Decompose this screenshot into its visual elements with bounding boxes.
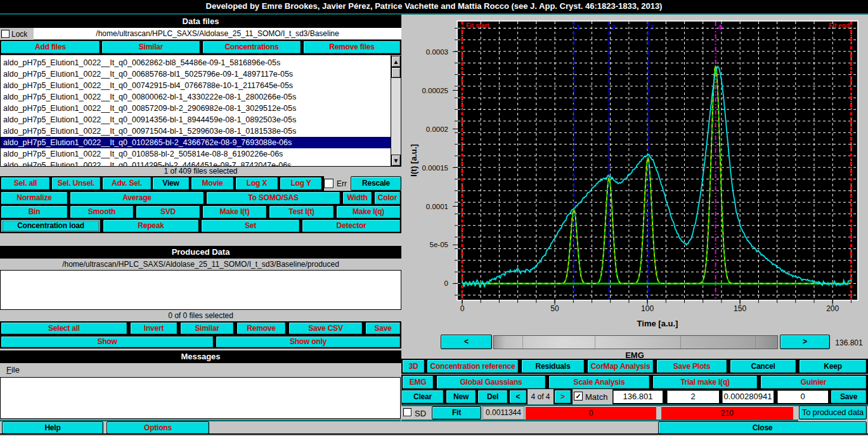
svg-text:I(t) [a.u.]: I(t) [a.u.]: [409, 144, 418, 176]
svg-text:Time [a.u.]: Time [a.u.]: [637, 319, 678, 328]
svg-text:100: 100: [641, 304, 654, 313]
svg-text:0.00015: 0.00015: [422, 164, 448, 172]
svg-text:Fit end: Fit end: [829, 22, 850, 29]
svg-text:5e-05: 5e-05: [430, 241, 448, 248]
svg-text:Fit start: Fit start: [466, 22, 489, 29]
svg-text:1: 1: [576, 23, 580, 31]
svg-text:4: 4: [718, 23, 723, 31]
svg-text:0.0001: 0.0001: [426, 203, 448, 210]
svg-text:0: 0: [460, 304, 465, 313]
svg-text:3: 3: [651, 23, 654, 31]
svg-text:0.00025: 0.00025: [422, 87, 448, 94]
svg-text:0: 0: [444, 279, 448, 287]
svg-text:200: 200: [826, 304, 839, 313]
svg-text:50: 50: [550, 304, 559, 313]
svg-text:0.0002: 0.0002: [426, 125, 448, 133]
svg-text:0.0003: 0.0003: [426, 48, 448, 56]
svg-text:150: 150: [734, 304, 746, 313]
svg-text:2: 2: [612, 23, 616, 31]
